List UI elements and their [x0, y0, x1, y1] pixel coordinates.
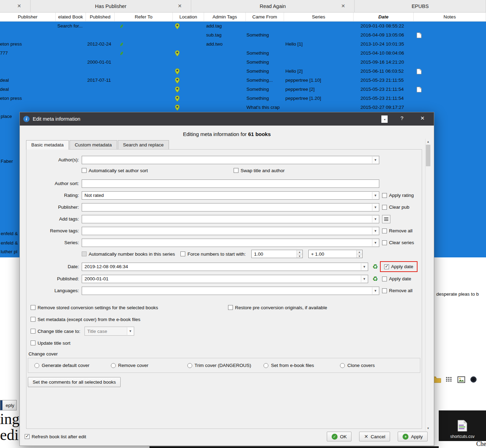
change-title-case-checkbox[interactable]: Change title case to: [31, 329, 80, 334]
set-comments-button[interactable]: Set the comments for all selected books [28, 377, 121, 387]
table-row[interactable]: 2000-01-01Something2015-09-16 14:21:20 [0, 58, 486, 67]
generate-default-cover-radio[interactable]: Generate default cover [34, 363, 111, 368]
cancel-button[interactable]: ✕ Cancel [359, 432, 390, 441]
trim-cover-radio[interactable]: Trim cover (DANGEROUS) [187, 363, 264, 368]
clone-covers-radio[interactable]: Clone covers [340, 363, 416, 368]
dialog-titlebar[interactable]: i Edit meta information ◂ ? ✕ [20, 112, 434, 126]
date-combo[interactable]: 2019-12-08 09:46:34 ▼ [82, 263, 368, 271]
table-row[interactable]: Search for...add.tag2019-01-03 08:55:22 [0, 22, 486, 31]
table-row[interactable]: 777Something2015-04-10 08:04:06 [0, 49, 486, 58]
close-icon[interactable]: ✕ [178, 3, 182, 9]
picture-icon[interactable] [457, 375, 466, 384]
tab-search-and-replace[interactable]: Search and replace [118, 140, 169, 149]
remove-all-languages-checkbox[interactable]: Remove all [382, 288, 413, 293]
reply-button[interactable]: eply [0, 400, 17, 410]
column-header-admin-tags[interactable]: Admin Tags [204, 13, 246, 22]
rating-combo[interactable]: Not rated ▼ [82, 191, 379, 200]
spin-arrows[interactable]: ▲▼ [356, 250, 362, 258]
scrollbar-thumb[interactable] [426, 145, 430, 166]
apply-rating-checkbox[interactable]: Apply rating [382, 193, 414, 198]
swap-title-author-checkbox[interactable]: Swap title and author [234, 168, 422, 173]
column-header-notes[interactable]: Notes [414, 13, 486, 22]
reset-date-button[interactable]: ♻ [371, 263, 379, 271]
csv-file-icon[interactable] [457, 420, 468, 433]
force-numbers-checkbox[interactable]: Force numbers to start with: [180, 251, 245, 257]
close-icon[interactable]: ✕ [17, 3, 21, 9]
chevron-down-icon[interactable]: ▼ [127, 327, 133, 335]
author-sort-input[interactable] [82, 179, 379, 188]
tab-custom-metadata[interactable]: Custom metadata [70, 140, 117, 149]
authors-combo[interactable]: ▼ [82, 156, 379, 164]
series-increment-spinbox[interactable]: + 1.00 ▲▼ [308, 250, 363, 258]
table-row[interactable]: What's this crap2015-02-27 09:17:27 [0, 103, 486, 112]
restore-originals-checkbox[interactable]: Restore pre conversion originals, if ava… [228, 305, 422, 310]
series-start-spinbox[interactable]: 1.00 ▲▼ [251, 250, 303, 258]
publisher-combo[interactable]: ▼ [82, 203, 379, 211]
cell-series: Hello [1] [284, 40, 354, 49]
column-header-date[interactable]: Date [354, 13, 414, 22]
scroll-up-icon[interactable]: ▲ [426, 139, 431, 144]
column-header-refer-to[interactable]: Refer To [115, 13, 173, 22]
record-circle-icon[interactable] [469, 375, 478, 384]
table-row[interactable]: SomethingHello [2]2015-06-11 06:03:52 [0, 67, 486, 76]
table-row[interactable]: deal2017-07-11Something...peppertree [1.… [0, 76, 486, 85]
remove-conversion-checkbox[interactable]: Remove stored conversion settings for th… [31, 305, 228, 310]
auto-author-sort-checkbox[interactable]: Automatically set author sort [82, 168, 234, 173]
ok-button[interactable]: ✓ OK [327, 432, 352, 441]
spin-down-icon[interactable]: ▼ [297, 254, 302, 258]
remove-cover-radio[interactable]: Remove cover [111, 363, 187, 368]
update-title-sort-checkbox[interactable]: Update title sort [31, 341, 71, 346]
apply-button[interactable]: + Apply [398, 432, 428, 441]
tags-editor-button[interactable] [382, 215, 390, 223]
table-row[interactable]: eton pressSomethingpeppertree [1.20]2015… [0, 94, 486, 103]
chevron-down-icon[interactable]: ▼ [361, 263, 367, 270]
chevron-down-icon[interactable]: ▼ [372, 192, 379, 199]
title-case-combo[interactable]: Title case ▼ [84, 327, 134, 336]
chevron-down-icon[interactable]: ▼ [372, 157, 379, 163]
column-header-series[interactable]: Series [284, 13, 354, 22]
column-header-came-from[interactable]: Came From [246, 13, 284, 22]
table-row[interactable]: sub.tagSomething2016-04-09 13:05:06 [0, 31, 486, 40]
close-icon[interactable]: ✕ [341, 3, 345, 9]
chevron-down-icon[interactable]: ▼ [372, 287, 379, 294]
apply-date-checkbox[interactable]: Apply date [384, 264, 413, 269]
tab-basic-metadata[interactable]: Basic metadata [26, 140, 69, 150]
cell-published [86, 94, 115, 103]
table-row[interactable]: dealSomethingpeppertree [2]2015-05-23 21… [0, 85, 486, 94]
published-combo[interactable]: 2000-01-01 ▼ [82, 275, 368, 283]
reset-published-button[interactable]: ♻ [371, 275, 379, 283]
refresh-book-list-checkbox[interactable]: Refresh book list after edit [25, 434, 86, 439]
dialog-scrollbar[interactable]: ▲ ▼ [425, 139, 430, 431]
help-button[interactable]: ? [400, 115, 403, 121]
auto-number-checkbox[interactable]: Automatically number books in this serie… [82, 251, 175, 257]
chevron-down-icon[interactable]: ▼ [372, 204, 379, 211]
chevron-down-icon[interactable]: ▼ [372, 227, 379, 234]
add-tags-combo[interactable]: ▼ [82, 215, 379, 223]
set-metadata-checkbox[interactable]: Set metadata (except cover) from the e-b… [31, 317, 140, 322]
spin-down-icon[interactable]: ▼ [357, 254, 362, 258]
apply-published-checkbox[interactable]: Apply date [382, 276, 411, 281]
spin-up-icon[interactable]: ▲ [357, 250, 362, 254]
series-combo[interactable]: ▼ [82, 239, 379, 247]
close-icon[interactable]: ✕ [420, 115, 425, 121]
chevron-down-icon[interactable]: ▼ [361, 275, 367, 282]
remove-cover-label: Remove cover [118, 363, 148, 368]
spin-up-icon[interactable]: ▲ [297, 250, 302, 254]
column-header-publisher[interactable]: Publisher [0, 13, 56, 22]
chevron-down-icon[interactable]: ▼ [372, 216, 379, 223]
column-header-elated-book[interactable]: elated Book [56, 13, 86, 22]
set-from-ebook-radio[interactable]: Set from e-book files [264, 363, 340, 368]
chevron-down-icon[interactable]: ▼ [372, 239, 379, 246]
spin-arrows[interactable]: ▲▼ [297, 250, 302, 258]
column-header-published[interactable]: Published [86, 13, 115, 22]
remove-all-tags-checkbox[interactable]: Remove all [382, 228, 413, 233]
table-row[interactable]: eton press2012-02-24add.twoHello [1]2013… [0, 40, 486, 49]
desktop-file-label[interactable]: shortcuts.csv [450, 434, 475, 439]
clear-pub-checkbox[interactable]: Clear pub [382, 205, 410, 210]
remove-tags-combo[interactable]: ▼ [82, 227, 379, 235]
languages-combo[interactable]: ▼ [82, 287, 379, 295]
clear-series-checkbox[interactable]: Clear series [382, 240, 414, 245]
scroll-down-icon[interactable]: ▼ [426, 425, 431, 431]
column-header-location[interactable]: Location [173, 13, 204, 22]
grid-icon[interactable] [445, 375, 454, 384]
